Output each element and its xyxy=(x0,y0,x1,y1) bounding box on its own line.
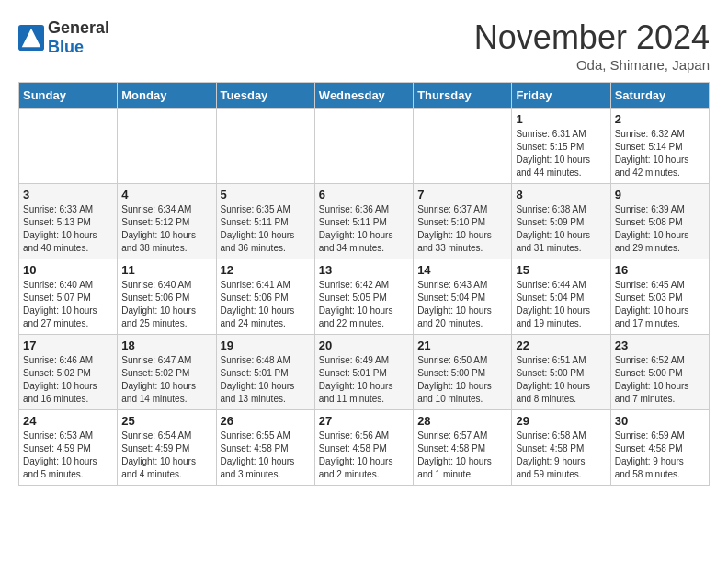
day-info: Sunrise: 6:45 AM Sunset: 5:03 PM Dayligh… xyxy=(615,279,705,330)
day-number: 24 xyxy=(23,414,113,428)
day-number: 20 xyxy=(319,339,409,352)
calendar-cell: 12Sunrise: 6:41 AM Sunset: 5:06 PM Dayli… xyxy=(216,259,314,335)
calendar-cell: 4Sunrise: 6:34 AM Sunset: 5:12 PM Daylig… xyxy=(118,184,216,259)
calendar-cell xyxy=(118,109,216,184)
day-info: Sunrise: 6:32 AM Sunset: 5:14 PM Dayligh… xyxy=(615,128,705,179)
day-number: 11 xyxy=(121,263,211,277)
day-info: Sunrise: 6:40 AM Sunset: 5:07 PM Dayligh… xyxy=(23,279,113,330)
day-number: 8 xyxy=(516,188,606,201)
day-info: Sunrise: 6:37 AM Sunset: 5:10 PM Dayligh… xyxy=(417,203,507,255)
day-number: 1 xyxy=(516,112,606,126)
logo-icon xyxy=(18,25,44,51)
day-info: Sunrise: 6:44 AM Sunset: 5:04 PM Dayligh… xyxy=(516,279,606,330)
day-info: Sunrise: 6:35 AM Sunset: 5:11 PM Dayligh… xyxy=(221,203,311,255)
calendar-cell: 11Sunrise: 6:40 AM Sunset: 5:06 PM Dayli… xyxy=(118,259,216,335)
calendar-cell: 2Sunrise: 6:32 AM Sunset: 5:14 PM Daylig… xyxy=(610,109,709,184)
calendar-cell xyxy=(19,109,118,184)
day-number: 9 xyxy=(615,188,705,201)
month-title: November 2024 xyxy=(474,18,710,57)
calendar-cell: 19Sunrise: 6:48 AM Sunset: 5:01 PM Dayli… xyxy=(216,335,314,410)
calendar-cell: 1Sunrise: 6:31 AM Sunset: 5:15 PM Daylig… xyxy=(512,109,610,184)
day-number: 30 xyxy=(615,414,705,428)
location-title: Oda, Shimane, Japan xyxy=(474,57,710,73)
day-number: 21 xyxy=(417,339,507,352)
day-info: Sunrise: 6:54 AM Sunset: 4:59 PM Dayligh… xyxy=(121,430,211,481)
calendar-cell: 18Sunrise: 6:47 AM Sunset: 5:02 PM Dayli… xyxy=(118,335,216,410)
day-number: 6 xyxy=(319,188,409,201)
day-info: Sunrise: 6:42 AM Sunset: 5:05 PM Dayligh… xyxy=(319,279,409,330)
calendar-cell: 15Sunrise: 6:44 AM Sunset: 5:04 PM Dayli… xyxy=(512,259,610,335)
day-number: 16 xyxy=(615,263,705,277)
day-info: Sunrise: 6:38 AM Sunset: 5:09 PM Dayligh… xyxy=(516,203,606,255)
calendar-cell: 24Sunrise: 6:53 AM Sunset: 4:59 PM Dayli… xyxy=(19,410,118,486)
logo-general-text: General xyxy=(48,18,109,37)
header-row: SundayMondayTuesdayWednesdayThursdayFrid… xyxy=(19,83,710,109)
day-info: Sunrise: 6:36 AM Sunset: 5:11 PM Dayligh… xyxy=(319,203,409,255)
day-info: Sunrise: 6:59 AM Sunset: 4:58 PM Dayligh… xyxy=(615,430,705,481)
day-number: 13 xyxy=(319,263,409,277)
calendar-cell: 28Sunrise: 6:57 AM Sunset: 4:58 PM Dayli… xyxy=(414,410,512,486)
day-header-monday: Monday xyxy=(118,83,216,109)
day-info: Sunrise: 6:47 AM Sunset: 5:02 PM Dayligh… xyxy=(121,354,211,406)
day-info: Sunrise: 6:41 AM Sunset: 5:06 PM Dayligh… xyxy=(221,279,311,330)
week-row-3: 10Sunrise: 6:40 AM Sunset: 5:07 PM Dayli… xyxy=(19,259,710,335)
day-number: 7 xyxy=(417,188,507,201)
week-row-5: 24Sunrise: 6:53 AM Sunset: 4:59 PM Dayli… xyxy=(19,410,710,486)
calendar-cell: 25Sunrise: 6:54 AM Sunset: 4:59 PM Dayli… xyxy=(118,410,216,486)
day-number: 27 xyxy=(319,414,409,428)
day-info: Sunrise: 6:52 AM Sunset: 5:00 PM Dayligh… xyxy=(615,354,705,406)
day-number: 4 xyxy=(121,188,211,201)
logo-blue-text: Blue xyxy=(48,38,84,56)
day-number: 17 xyxy=(23,339,113,352)
calendar-cell: 30Sunrise: 6:59 AM Sunset: 4:58 PM Dayli… xyxy=(610,410,709,486)
calendar-cell: 17Sunrise: 6:46 AM Sunset: 5:02 PM Dayli… xyxy=(19,335,118,410)
calendar-cell xyxy=(216,109,314,184)
calendar-cell: 23Sunrise: 6:52 AM Sunset: 5:00 PM Dayli… xyxy=(610,335,709,410)
day-number: 28 xyxy=(417,414,507,428)
day-info: Sunrise: 6:33 AM Sunset: 5:13 PM Dayligh… xyxy=(23,203,113,255)
calendar-cell: 9Sunrise: 6:39 AM Sunset: 5:08 PM Daylig… xyxy=(610,184,709,259)
day-number: 26 xyxy=(221,414,311,428)
day-number: 23 xyxy=(615,339,705,352)
page-header: General Blue November 2024 Oda, Shimane,… xyxy=(18,18,710,73)
day-info: Sunrise: 6:31 AM Sunset: 5:15 PM Dayligh… xyxy=(516,128,606,179)
calendar-cell: 6Sunrise: 6:36 AM Sunset: 5:11 PM Daylig… xyxy=(314,184,413,259)
day-info: Sunrise: 6:40 AM Sunset: 5:06 PM Dayligh… xyxy=(121,279,211,330)
day-number: 3 xyxy=(23,188,113,201)
calendar-cell xyxy=(314,109,413,184)
day-number: 10 xyxy=(23,263,113,277)
calendar-cell: 14Sunrise: 6:43 AM Sunset: 5:04 PM Dayli… xyxy=(414,259,512,335)
day-info: Sunrise: 6:39 AM Sunset: 5:08 PM Dayligh… xyxy=(615,203,705,255)
day-number: 2 xyxy=(615,112,705,126)
day-header-friday: Friday xyxy=(512,83,610,109)
calendar-cell: 13Sunrise: 6:42 AM Sunset: 5:05 PM Dayli… xyxy=(314,259,413,335)
day-info: Sunrise: 6:53 AM Sunset: 4:59 PM Dayligh… xyxy=(23,430,113,481)
day-number: 25 xyxy=(121,414,211,428)
day-info: Sunrise: 6:34 AM Sunset: 5:12 PM Dayligh… xyxy=(121,203,211,255)
day-header-thursday: Thursday xyxy=(414,83,512,109)
calendar-cell: 8Sunrise: 6:38 AM Sunset: 5:09 PM Daylig… xyxy=(512,184,610,259)
day-info: Sunrise: 6:55 AM Sunset: 4:58 PM Dayligh… xyxy=(221,430,311,481)
day-info: Sunrise: 6:46 AM Sunset: 5:02 PM Dayligh… xyxy=(23,354,113,406)
calendar-cell: 10Sunrise: 6:40 AM Sunset: 5:07 PM Dayli… xyxy=(19,259,118,335)
day-number: 18 xyxy=(121,339,211,352)
calendar-cell xyxy=(414,109,512,184)
title-block: November 2024 Oda, Shimane, Japan xyxy=(474,18,710,73)
logo: General Blue xyxy=(18,18,109,57)
day-number: 19 xyxy=(221,339,311,352)
day-number: 14 xyxy=(417,263,507,277)
week-row-4: 17Sunrise: 6:46 AM Sunset: 5:02 PM Dayli… xyxy=(19,335,710,410)
calendar-cell: 7Sunrise: 6:37 AM Sunset: 5:10 PM Daylig… xyxy=(414,184,512,259)
day-number: 15 xyxy=(516,263,606,277)
day-header-wednesday: Wednesday xyxy=(314,83,413,109)
calendar-cell: 20Sunrise: 6:49 AM Sunset: 5:01 PM Dayli… xyxy=(314,335,413,410)
calendar-cell: 5Sunrise: 6:35 AM Sunset: 5:11 PM Daylig… xyxy=(216,184,314,259)
day-info: Sunrise: 6:56 AM Sunset: 4:58 PM Dayligh… xyxy=(319,430,409,481)
day-header-saturday: Saturday xyxy=(610,83,709,109)
calendar-cell: 29Sunrise: 6:58 AM Sunset: 4:58 PM Dayli… xyxy=(512,410,610,486)
week-row-2: 3Sunrise: 6:33 AM Sunset: 5:13 PM Daylig… xyxy=(19,184,710,259)
day-header-sunday: Sunday xyxy=(19,83,118,109)
day-info: Sunrise: 6:43 AM Sunset: 5:04 PM Dayligh… xyxy=(417,279,507,330)
day-info: Sunrise: 6:48 AM Sunset: 5:01 PM Dayligh… xyxy=(221,354,311,406)
calendar-cell: 16Sunrise: 6:45 AM Sunset: 5:03 PM Dayli… xyxy=(610,259,709,335)
